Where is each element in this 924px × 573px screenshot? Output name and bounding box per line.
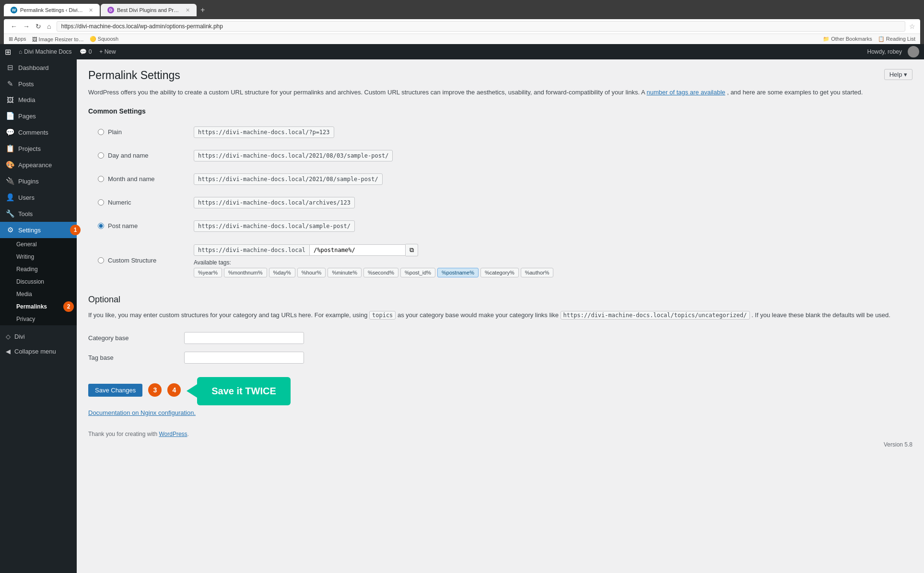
- tag-category[interactable]: %category%: [480, 268, 519, 277]
- footer-wp-link[interactable]: WordPress: [159, 431, 187, 437]
- tag-day[interactable]: %day%: [269, 268, 295, 277]
- sidebar-label-dashboard: Dashboard: [18, 64, 49, 71]
- site-name-bar[interactable]: ⌂ Divi Machine Docs: [19, 48, 72, 55]
- sidebar-item-pages[interactable]: 📄 Pages: [0, 108, 77, 124]
- sidebar-item-projects[interactable]: 📋 Projects: [0, 140, 77, 157]
- sidebar-item-comments[interactable]: 💬 Comments: [0, 124, 77, 140]
- option-post-name-row: Post name https://divi-machine-docs.loca…: [88, 214, 912, 238]
- category-base-input-cell: [184, 328, 912, 348]
- option-month-name-radio[interactable]: [98, 176, 104, 182]
- tag-author[interactable]: %author%: [521, 268, 554, 277]
- settings-badge-1: 1: [70, 225, 81, 235]
- new-bar[interactable]: + New: [99, 48, 116, 55]
- tag-minute[interactable]: %minute%: [327, 268, 362, 277]
- option-day-name-label[interactable]: Day and name: [98, 152, 175, 159]
- callout-wrapper: Save it TWICE: [187, 377, 290, 405]
- option-post-name-radio[interactable]: [98, 223, 104, 229]
- wp-logo[interactable]: ⊞: [5, 47, 11, 57]
- new-tab-button[interactable]: +: [198, 4, 208, 16]
- tab-label-2: Best Divi Plugins and Prem…: [117, 7, 181, 13]
- sidebar-collapse-menu[interactable]: ◀ Collapse menu: [0, 344, 77, 359]
- option-post-name-label[interactable]: Post name: [98, 222, 175, 229]
- admin-avatar[interactable]: [908, 46, 919, 57]
- sidebar-item-posts[interactable]: ✎ Posts: [0, 76, 77, 92]
- option-custom-radio[interactable]: [98, 257, 104, 264]
- reload-button[interactable]: ↻: [34, 22, 43, 31]
- sidebar-subitem-media[interactable]: Media: [0, 288, 77, 300]
- dashboard-icon: ⊟: [6, 63, 14, 72]
- tags-available-link[interactable]: number of tags are available: [646, 89, 725, 96]
- option-numeric-label[interactable]: Numeric: [98, 199, 175, 206]
- sidebar-item-appearance[interactable]: 🎨 Appearance: [0, 157, 77, 173]
- custom-structure-input[interactable]: [310, 244, 406, 256]
- divi-icon: ◇: [6, 333, 11, 340]
- forward-button[interactable]: →: [21, 22, 32, 31]
- tag-second[interactable]: %second%: [363, 268, 398, 277]
- tab-favicon-1: W: [11, 7, 17, 13]
- option-day-name-row: Day and name https://divi-machine-docs.l…: [88, 144, 912, 167]
- sidebar-label-projects: Projects: [18, 145, 41, 152]
- sidebar-item-media[interactable]: 🖼 Media: [0, 92, 77, 108]
- option-month-name-url: https://divi-machine-docs.local/2021/08/…: [194, 173, 383, 185]
- back-button[interactable]: ←: [9, 22, 19, 31]
- tag-year[interactable]: %year%: [194, 268, 222, 277]
- browser-tabs: W Permalink Settings ‹ Divi Mac… ✕ D Bes…: [4, 4, 920, 16]
- sidebar: ⊟ Dashboard ✎ Posts 🖼 Media 📄 Pages 💬 Co…: [0, 59, 77, 573]
- option-post-name-url: https://divi-machine-docs.local/sample-p…: [194, 220, 355, 232]
- sidebar-item-settings[interactable]: ⚙ Settings 1: [0, 222, 77, 238]
- option-month-name-label[interactable]: Month and name: [98, 175, 175, 183]
- sidebar-subitem-permalinks[interactable]: Permalinks 2: [0, 300, 77, 313]
- collapse-icon: ◀: [6, 348, 11, 355]
- sidebar-item-plugins[interactable]: 🔌 Plugins: [0, 173, 77, 189]
- custom-structure-base: https://divi-machine-docs.local: [194, 244, 310, 256]
- sidebar-subitem-reading[interactable]: Reading: [0, 263, 77, 275]
- tag-post-id[interactable]: %post_id%: [400, 268, 435, 277]
- option-day-name-radio[interactable]: [98, 152, 104, 159]
- admin-bar-right: Howdy, robey: [867, 46, 919, 57]
- sidebar-item-dashboard[interactable]: ⊟ Dashboard: [0, 59, 77, 76]
- option-custom-label[interactable]: Custom Structure: [98, 257, 175, 264]
- bookmark-star[interactable]: ☆: [909, 23, 915, 30]
- optional-desc-middle: as your category base would make your ca…: [398, 311, 559, 319]
- tag-base-input-cell: [184, 348, 912, 367]
- callout-box: Save it TWICE: [197, 377, 290, 405]
- tag-hour[interactable]: %hour%: [297, 268, 326, 277]
- save-changes-button[interactable]: Save Changes: [88, 384, 142, 397]
- squoosh-bookmark[interactable]: 🟡 Squoosh: [90, 36, 118, 42]
- tags-list: %year% %monthnum% %day% %hour% %minute% …: [194, 268, 903, 277]
- tag-monthnum[interactable]: %monthnum%: [224, 268, 267, 277]
- other-bookmarks[interactable]: 📁 Other Bookmarks: [823, 36, 872, 42]
- tag-base-input[interactable]: [184, 352, 304, 364]
- save-area: Save Changes 3 4 Save it TWICE: [88, 375, 912, 405]
- sidebar-item-users[interactable]: 👤 Users: [0, 189, 77, 206]
- tools-icon: 🔧: [6, 209, 14, 218]
- image-resizer-bookmark[interactable]: 🖼 Image Resizer to…: [32, 36, 84, 42]
- reading-list[interactable]: 📋 Reading List: [878, 36, 915, 42]
- sidebar-subitem-general[interactable]: General: [0, 238, 77, 251]
- doc-link[interactable]: Documentation on Nginx configuration.: [88, 409, 912, 416]
- sidebar-subitem-discussion[interactable]: Discussion: [0, 275, 77, 288]
- apps-bookmark[interactable]: ⊞ Apps: [9, 36, 26, 42]
- sidebar-subitem-writing[interactable]: Writing: [0, 251, 77, 263]
- option-plain-row: Plain https://divi-machine-docs.local/?p…: [88, 121, 912, 144]
- optional-title: Optional: [88, 295, 912, 305]
- help-button[interactable]: Help ▾: [884, 69, 912, 80]
- option-plain-label[interactable]: Plain: [98, 128, 175, 136]
- tab-close-1[interactable]: ✕: [89, 7, 93, 13]
- plugins-icon: 🔌: [6, 177, 14, 185]
- custom-structure-copy-button[interactable]: ⧉: [406, 244, 418, 256]
- sidebar-item-tools[interactable]: 🔧 Tools: [0, 206, 77, 222]
- tab-close-2[interactable]: ✕: [186, 7, 190, 13]
- browser-tab-2[interactable]: D Best Divi Plugins and Prem… ✕: [101, 4, 197, 16]
- category-base-input[interactable]: [184, 332, 304, 344]
- comments-bar[interactable]: 💬 0: [80, 48, 92, 55]
- sidebar-subitem-privacy[interactable]: Privacy: [0, 313, 77, 325]
- tag-postname[interactable]: %postname%: [437, 268, 479, 277]
- option-numeric-radio[interactable]: [98, 199, 104, 206]
- optional-url-code: https://divi-machine-docs.local/topics/u…: [561, 311, 750, 320]
- sidebar-item-divi[interactable]: ◇ Divi: [0, 329, 77, 344]
- option-plain-radio[interactable]: [98, 129, 104, 135]
- browser-tab-1[interactable]: W Permalink Settings ‹ Divi Mac… ✕: [4, 4, 100, 16]
- home-button[interactable]: ⌂: [45, 22, 53, 31]
- url-bar[interactable]: https://divi-machine-docs.local/wp-admin…: [57, 21, 905, 32]
